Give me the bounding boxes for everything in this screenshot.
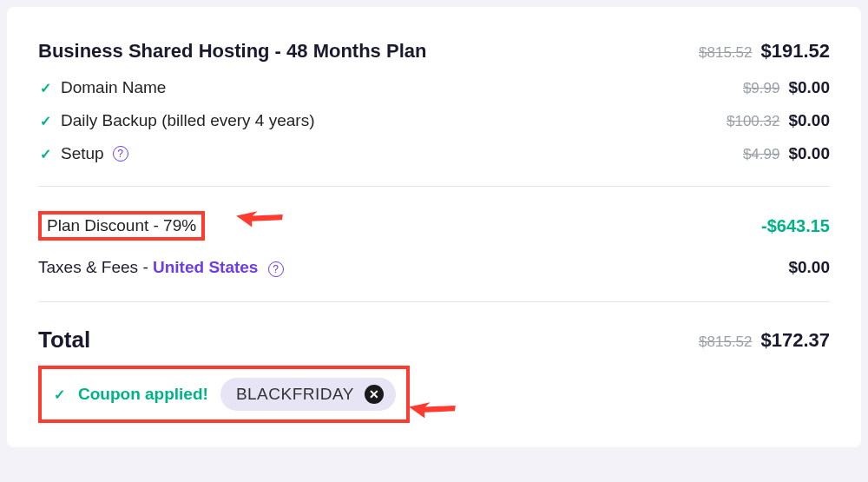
item-price: $0.00 [788, 78, 830, 97]
item-old-price: $9.99 [743, 80, 780, 97]
item-label: Domain Name [61, 78, 166, 97]
coupon-row: ✓ Coupon applied! BLACKFRIDAY ✕ [38, 366, 410, 423]
coupon-applied-text: Coupon applied! [78, 385, 208, 404]
discount-highlight: Plan Discount - 79% [38, 211, 205, 241]
total-row: Total $815.52 $172.37 [38, 318, 830, 366]
line-item-setup: ✓ Setup ? $4.99 $0.00 [38, 137, 830, 170]
total-price: $172.37 [760, 329, 830, 352]
item-price: $0.00 [788, 111, 830, 130]
plan-price: $191.52 [760, 40, 830, 63]
plan-row: Business Shared Hosting - 48 Months Plan… [38, 31, 830, 71]
help-icon[interactable]: ? [268, 261, 284, 277]
annotation-arrow-icon [405, 383, 459, 432]
divider [38, 186, 830, 187]
tax-country-link[interactable]: United States [153, 258, 258, 276]
order-summary-card: Business Shared Hosting - 48 Months Plan… [7, 7, 861, 447]
total-label: Total [38, 327, 90, 353]
item-label: Daily Backup (billed every 4 years) [61, 111, 315, 130]
total-old-price: $815.52 [699, 333, 752, 351]
tax-label-group: Taxes & Fees - United States ? [38, 258, 284, 277]
plan-price-group: $815.52 $191.52 [699, 40, 830, 63]
line-item-domain: ✓ Domain Name $9.99 $0.00 [38, 71, 830, 104]
divider [38, 301, 830, 302]
check-icon: ✓ [38, 146, 52, 162]
help-icon[interactable]: ? [113, 146, 128, 162]
coupon-pill: BLACKFRIDAY ✕ [220, 378, 396, 411]
discount-row: Plan Discount - 79% -$643.15 [38, 202, 830, 249]
item-old-price: $4.99 [743, 146, 780, 163]
item-old-price: $100.32 [727, 113, 779, 130]
line-item-backup: ✓ Daily Backup (billed every 4 years) $1… [38, 104, 830, 137]
discount-value: -$643.15 [761, 216, 830, 236]
check-icon: ✓ [38, 113, 52, 129]
plan-title: Business Shared Hosting - 48 Months Plan [38, 40, 426, 63]
svg-marker-1 [407, 388, 457, 429]
item-price: $0.00 [788, 144, 830, 163]
tax-row: Taxes & Fees - United States ? $0.00 [38, 249, 830, 286]
discount-label: Plan Discount - 79% [47, 216, 196, 234]
plan-old-price: $815.52 [699, 44, 752, 62]
tax-value: $0.00 [788, 258, 830, 277]
item-label: Setup [61, 144, 104, 163]
tax-prefix: Taxes & Fees - [38, 258, 153, 276]
remove-coupon-button[interactable]: ✕ [365, 385, 384, 404]
coupon-code: BLACKFRIDAY [236, 385, 354, 404]
check-icon: ✓ [52, 386, 66, 403]
check-icon: ✓ [38, 80, 52, 96]
